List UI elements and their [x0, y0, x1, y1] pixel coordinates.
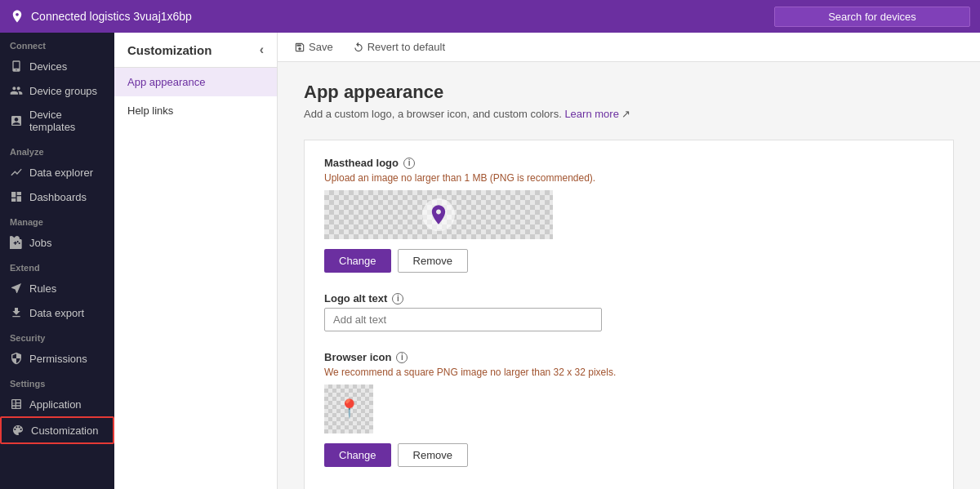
alt-text-info-icon: i	[392, 293, 403, 305]
sidebar-label-device-templates: Device templates	[29, 109, 105, 133]
jobs-icon	[10, 236, 23, 249]
sidebar-label-permissions: Permissions	[29, 353, 87, 365]
logo-alt-text-input[interactable]	[324, 308, 602, 331]
sidebar-label-rules: Rules	[29, 282, 56, 295]
analyze-section-label: Analyze	[0, 139, 114, 160]
sidebar-item-dashboards[interactable]: Dashboards	[0, 184, 114, 209]
sidebar-label-customization: Customization	[31, 425, 98, 437]
close-icon[interactable]: ‹	[260, 42, 264, 57]
logo-alt-text-label: Logo alt text i	[324, 292, 933, 305]
topbar: Connected logistics 3vuaj1x6bp Search fo…	[0, 0, 980, 33]
browser-icon-label: Browser icon i	[324, 351, 933, 363]
revert-button[interactable]: Revert to default	[350, 39, 448, 55]
logo-alt-text-section: Logo alt text i	[324, 292, 933, 331]
sidebar-item-devices[interactable]: Devices	[0, 54, 114, 78]
main-layout: Connect Devices Device groups Device tem…	[0, 33, 980, 489]
save-icon	[294, 42, 305, 53]
masthead-logo-section: Masthead logo i Upload an image no large…	[324, 157, 933, 273]
sidebar-label-data-explorer: Data explorer	[29, 167, 93, 179]
sidebar-item-device-groups[interactable]: Device groups	[0, 78, 114, 103]
customization-icon	[11, 424, 24, 437]
masthead-logo-label: Masthead logo i	[324, 157, 933, 169]
dashboard-icon	[10, 190, 23, 203]
sidebar-label-application: Application	[29, 398, 82, 411]
right-content: Save Revert to default App appearance Ad…	[278, 33, 980, 489]
security-section-label: Security	[0, 325, 114, 346]
sidebar-label-devices: Devices	[29, 60, 67, 73]
learn-more-link[interactable]: Learn more	[564, 108, 618, 120]
sidebar-item-data-export[interactable]: Data export	[0, 300, 114, 325]
revert-label: Revert to default	[368, 41, 445, 53]
permissions-icon	[10, 352, 23, 365]
browser-icon-hint: We recommend a square PNG image no large…	[324, 367, 933, 378]
manage-section-label: Manage	[0, 209, 114, 230]
middle-nav-app-appearance[interactable]: App appearance	[114, 68, 277, 96]
app-name: Connected logistics 3vuaj1x6bp	[31, 10, 192, 23]
save-button[interactable]: Save	[291, 39, 336, 55]
masthead-change-button[interactable]: Change	[324, 249, 391, 273]
sidebar-label-jobs: Jobs	[29, 237, 51, 249]
sidebar-item-customization[interactable]: Customization	[0, 416, 114, 444]
placeholder-pin-icon	[427, 203, 450, 226]
browser-icon-buttons: Change Remove	[324, 443, 933, 467]
app-logo-area: Connected logistics 3vuaj1x6bp	[10, 9, 774, 24]
extend-section-label: Extend	[0, 255, 114, 276]
masthead-buttons: Change Remove	[324, 249, 933, 273]
sidebar-item-data-explorer[interactable]: Data explorer	[0, 160, 114, 184]
sidebar-item-device-templates[interactable]: Device templates	[0, 103, 114, 139]
device-templates-icon	[10, 114, 23, 127]
browser-pin-icon: 📍	[338, 398, 360, 420]
masthead-logo-preview	[324, 190, 553, 239]
content-area: App appearance Add a custom logo, a brow…	[278, 62, 980, 489]
middle-panel: Customization ‹ App appearance Help link…	[114, 33, 278, 489]
page-title: App appearance	[304, 82, 954, 103]
connect-section-label: Connect	[0, 33, 114, 54]
browser-icon-preview: 📍	[324, 385, 373, 433]
browser-icon-change-button[interactable]: Change	[324, 443, 391, 467]
device-icon	[10, 60, 23, 73]
sidebar-item-permissions[interactable]: Permissions	[0, 346, 114, 371]
middle-panel-title: Customization	[127, 43, 212, 57]
app-icon	[10, 398, 23, 411]
browser-icon-remove-button[interactable]: Remove	[398, 443, 468, 467]
middle-panel-header: Customization ‹	[114, 33, 277, 68]
search-bar[interactable]: Search for devices	[774, 7, 970, 27]
browser-icon-info-icon: i	[396, 352, 408, 363]
sidebar-label-device-groups: Device groups	[29, 85, 97, 97]
left-nav: Connect Devices Device groups Device tem…	[0, 33, 114, 489]
settings-section-label: Settings	[0, 371, 114, 392]
browser-icon-section: Browser icon i We recommend a square PNG…	[324, 351, 933, 467]
sidebar-item-jobs[interactable]: Jobs	[0, 230, 114, 255]
settings-card: Masthead logo i Upload an image no large…	[304, 140, 954, 489]
revert-icon	[353, 42, 364, 53]
sidebar-item-rules[interactable]: Rules	[0, 276, 114, 300]
save-label: Save	[309, 41, 333, 53]
sidebar-label-dashboards: Dashboards	[29, 191, 87, 203]
chart-icon	[10, 166, 23, 179]
toolbar: Save Revert to default	[278, 33, 980, 62]
page-subtitle: Add a custom logo, a browser icon, and c…	[304, 108, 954, 120]
rules-icon	[10, 282, 23, 295]
location-pin-icon	[10, 9, 24, 24]
middle-nav-help-links[interactable]: Help links	[114, 96, 277, 125]
sidebar-item-application[interactable]: Application	[0, 392, 114, 416]
masthead-remove-button[interactable]: Remove	[398, 249, 468, 273]
device-groups-icon	[10, 84, 23, 97]
masthead-hint: Upload an image no larger than 1 MB (PNG…	[324, 172, 933, 184]
export-icon	[10, 306, 23, 319]
sidebar-label-data-export: Data export	[29, 307, 84, 319]
masthead-info-icon: i	[403, 158, 415, 169]
